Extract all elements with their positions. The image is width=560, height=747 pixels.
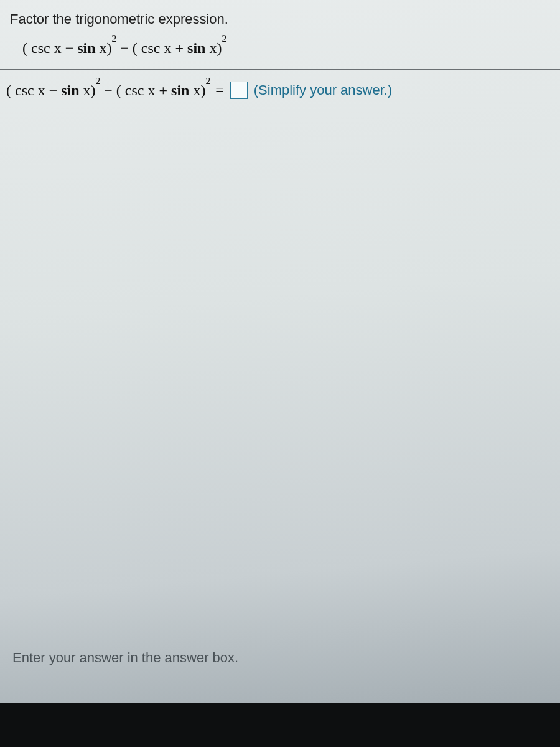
equals-sign: = [215,82,224,98]
expression-display: ( csc x − sin x)2 − ( csc x + sin x)2 [0,36,560,70]
expression-math: ( csc x − sin x)2 − ( csc x + sin x)2 [22,40,226,56]
answer-row: ( csc x − sin x)2 − ( csc x + sin x)2 = … [0,70,560,108]
answer-lhs: ( csc x − sin x)2 − ( csc x + sin x)2 [6,81,210,99]
screen-bezel [0,703,560,747]
question-prompt: Factor the trigonometric expression. [0,0,560,36]
question-page: Factor the trigonometric expression. ( c… [0,0,560,747]
footer-instruction: Enter your answer in the answer box. [0,641,560,691]
simplify-hint: (Simplify your answer.) [254,82,393,98]
answer-input-box[interactable] [230,82,248,99]
